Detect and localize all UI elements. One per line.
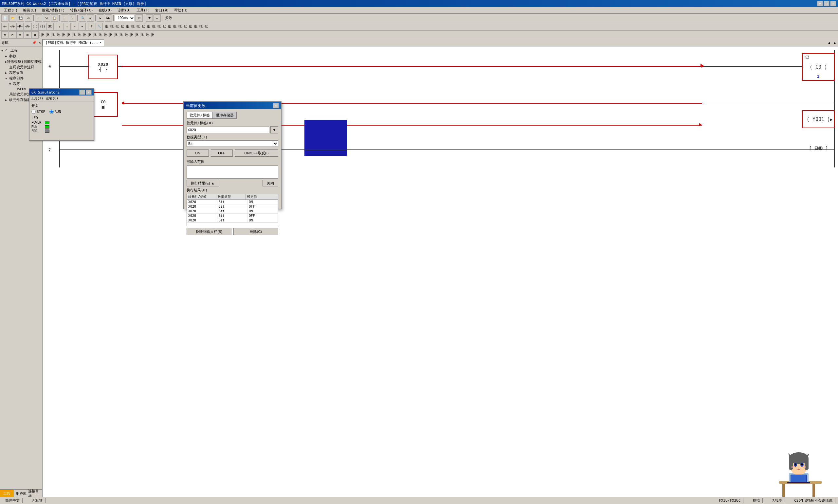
x020-contact[interactable]: X020 ┤ ├ (88, 55, 118, 79)
tree-project[interactable]: ▼ 🗂 工程 (1, 48, 41, 53)
sim-menu-options[interactable]: 选项(O) (46, 96, 58, 101)
sim-minimize[interactable]: ─ (79, 90, 85, 95)
tb2-d[interactable]: ⊣F⊢ (24, 23, 31, 30)
reflect-btn[interactable]: 反映到输入栏(B) (187, 228, 231, 235)
tb3-d[interactable]: ▤ (24, 31, 31, 39)
menu-edit[interactable]: 编辑(E) (20, 7, 39, 13)
tb2-h[interactable]: ↓ (56, 23, 63, 30)
tb-redo[interactable]: ↪ (69, 14, 76, 22)
sim-stop-radio[interactable] (31, 110, 36, 114)
btn-onoff-toggle[interactable]: ON/OFF取反(I) (235, 149, 278, 157)
tb3-c[interactable]: ⊡ (16, 31, 23, 39)
nav-tab-userlib[interactable]: 用户库 (14, 490, 28, 498)
menu-online[interactable]: 在线(O) (96, 7, 115, 13)
tb3-b[interactable]: ⊟ (9, 31, 16, 39)
dialog-device-dropdown[interactable]: ▼ (270, 126, 278, 133)
tab-prg-label: [PRG]监视 执行中 MAIN (... (46, 40, 98, 45)
dialog-close-btn[interactable]: × (273, 103, 279, 108)
tb-cut[interactable]: ✂ (35, 14, 42, 22)
dialog-result-body[interactable]: X020 Bit ON X020 Bit OFF X020 Bit ON X02… (187, 200, 278, 226)
title-controls[interactable]: ─ □ × (817, 1, 836, 6)
tb-new[interactable]: 📄 (1, 14, 8, 22)
nav-tab-connect[interactable]: 连接目标 (28, 490, 42, 498)
tb-replace[interactable]: ⇄ (87, 14, 94, 22)
tb-paste[interactable]: 📋 (51, 14, 58, 22)
tree-params[interactable]: ▶ 参数 (1, 53, 41, 59)
tree-global[interactable]: 全局软元件注释 (1, 65, 41, 70)
tb-copy[interactable]: ⧉ (43, 14, 50, 22)
tree-special[interactable]: ▶ 特殊模块(智能功能模块) (1, 59, 41, 65)
arrow-head-r0 (700, 64, 705, 67)
dialog-dtype-select[interactable]: Bit Word (187, 140, 278, 147)
dialog-device-input[interactable] (187, 127, 269, 133)
menu-convert[interactable]: 转换/编译(C) (67, 7, 96, 13)
tb-time-btn[interactable]: ⏱ (136, 14, 143, 22)
clear-btn[interactable]: 删除(C) (233, 228, 278, 235)
tb-print[interactable]: 🖨 (25, 14, 32, 22)
x020-symbol: ┤ ├ (99, 67, 107, 72)
tb2-i[interactable]: ↑ (64, 23, 71, 30)
tb-write[interactable]: ✏ (154, 14, 161, 22)
dialog-current-value: 当前值更改 × 软元件/标签 缓冲存储器 软元件/标签(D) ▼ 数据类型(T)… (183, 102, 281, 209)
nav-tab-project[interactable]: 工程 (0, 490, 14, 498)
sim-close[interactable]: × (86, 90, 92, 95)
exec-results-btn[interactable]: 执行结果(E) ▲ (187, 180, 219, 186)
tb-monitor[interactable]: 👁 (146, 14, 153, 22)
tb2-e[interactable]: ( ) (31, 23, 39, 30)
tb2-g[interactable]: (R) (47, 23, 54, 30)
tb2-c[interactable]: ⊣P⊢ (16, 23, 23, 30)
menu-project[interactable]: 工程(F) (1, 7, 20, 13)
sim-run-radio[interactable] (49, 110, 54, 114)
tb2-j[interactable]: ← (71, 23, 78, 30)
btn-on[interactable]: ON (187, 149, 209, 157)
tb-build2[interactable]: ▶▶ (105, 14, 112, 22)
tab-nav-left[interactable]: ◀ (826, 40, 832, 46)
tb-open[interactable]: 📂 (9, 14, 16, 22)
tb2-b[interactable]: ⊣/⊢ (9, 23, 16, 30)
dialog-tab-buffer[interactable]: 缓冲存储器 (213, 112, 237, 119)
tb3-a[interactable]: ⊞ (1, 31, 8, 39)
menu-diag[interactable]: 诊断(D) (115, 7, 134, 13)
tb3-e[interactable]: ▦ (31, 31, 39, 39)
tab-close-btn[interactable]: × (100, 41, 101, 44)
dialog-result-label: 执行结果(U) (187, 188, 278, 193)
tb2-a[interactable]: ⊣⊢ (1, 23, 8, 30)
tb-undo[interactable]: ↩ (61, 14, 68, 22)
sim-radio-stop[interactable]: STOP (31, 110, 46, 114)
maximize-btn[interactable]: □ (824, 1, 830, 6)
tree-prog[interactable]: ▼ 程序 (1, 81, 41, 87)
sim-menu-tool[interactable]: 工具(T) (31, 96, 43, 101)
tab-nav-right[interactable]: ▶ (832, 40, 838, 46)
sim-led-header: LED (31, 116, 92, 120)
tb-time-dropdown[interactable]: 100ms (115, 15, 135, 21)
sim-radio-run[interactable]: RUN (49, 110, 61, 114)
tb2-k[interactable]: → (78, 23, 86, 30)
tb2-m[interactable]: 🔧 (95, 23, 103, 30)
tab-prg[interactable]: [PRG]监视 执行中 MAIN (... × (42, 39, 104, 46)
expand2: ▶ (5, 55, 9, 58)
tb2-f[interactable]: (S) (39, 23, 46, 30)
menu-search[interactable]: 搜索/替换(F) (39, 7, 68, 13)
minimize-btn[interactable]: ─ (817, 1, 823, 6)
tree-prog-settings[interactable]: ▶ 程序设置 (1, 70, 41, 75)
close-btn[interactable]: × (830, 1, 836, 6)
menu-tool[interactable]: 工具(T) (134, 7, 153, 13)
btn-off[interactable]: OFF (211, 149, 233, 157)
tb-save[interactable]: 💾 (17, 14, 24, 22)
menu-window[interactable]: 窗口(W) (153, 7, 172, 13)
sep11 (40, 32, 40, 38)
y001-coil[interactable]: ( Y001 ) ▶ (802, 110, 835, 128)
dialog-tab-device[interactable]: 软元件/标签 (187, 112, 213, 119)
k3-coil[interactable]: K3 ( C0 ) 3 (802, 53, 835, 81)
result-scrollbar-space (275, 194, 278, 199)
ladder-area[interactable]: 0 X020 ┤ ├ K3 ( C0 ) (42, 47, 838, 498)
menu-help[interactable]: 帮助(H) (172, 7, 191, 13)
tb-build[interactable]: ▶ (97, 14, 104, 22)
close-btn-inline[interactable]: 关闭 (263, 180, 278, 186)
tree-prog-parts[interactable]: ▼ 程序部件 (1, 75, 41, 81)
tb-find[interactable]: 🔍 (79, 14, 86, 22)
tb2-l[interactable]: F (88, 23, 95, 30)
status-encoding: 简体中文 (3, 498, 22, 503)
sim-title-controls[interactable]: ─ × (79, 90, 92, 95)
nav-pin[interactable]: 📌 × (32, 40, 41, 45)
